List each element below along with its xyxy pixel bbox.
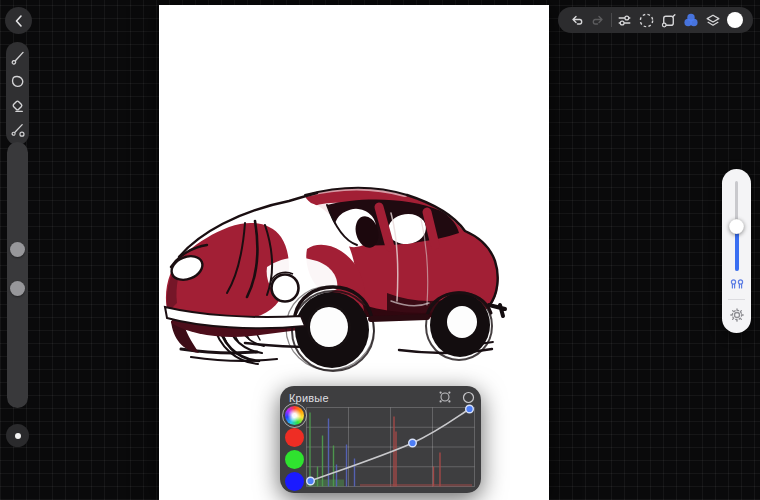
tune-icon bbox=[616, 12, 633, 29]
filter-slider-fill bbox=[735, 232, 739, 271]
filter-panel bbox=[722, 169, 751, 333]
curve-editor[interactable] bbox=[280, 386, 481, 493]
smudge-icon bbox=[9, 73, 26, 90]
eraser-icon bbox=[9, 97, 26, 114]
filter-pins-button[interactable] bbox=[729, 277, 745, 295]
color-adjust-button[interactable] bbox=[681, 11, 700, 30]
brush-opacity-handle[interactable] bbox=[10, 281, 25, 296]
layers-button[interactable] bbox=[703, 11, 722, 30]
tune-button[interactable] bbox=[615, 11, 634, 30]
redo-button[interactable] bbox=[589, 11, 608, 30]
color-swatch bbox=[726, 11, 744, 29]
toolbar-divider bbox=[611, 13, 612, 27]
curve-point[interactable] bbox=[466, 405, 474, 413]
chevron-left-icon bbox=[11, 13, 27, 29]
selection-icon bbox=[638, 12, 655, 29]
select-button[interactable] bbox=[637, 11, 656, 30]
tool-palette bbox=[6, 42, 29, 145]
color-swatch-button[interactable] bbox=[725, 11, 744, 30]
undo-button[interactable] bbox=[567, 11, 586, 30]
adjust-brush-tool[interactable] bbox=[8, 120, 27, 139]
adjust-brush-icon bbox=[9, 121, 26, 138]
brush-sliders[interactable] bbox=[7, 142, 28, 408]
filter-pins-icon bbox=[729, 279, 745, 291]
curve-point[interactable] bbox=[307, 477, 315, 485]
transform-button[interactable] bbox=[659, 11, 678, 30]
paint-brush-icon bbox=[9, 49, 26, 66]
eraser-tool[interactable] bbox=[8, 96, 27, 115]
transform-icon bbox=[660, 12, 677, 29]
main-toolbar bbox=[558, 7, 753, 33]
curves-panel: Кривые bbox=[280, 386, 481, 493]
modify-button[interactable] bbox=[6, 424, 29, 447]
back-button[interactable] bbox=[5, 7, 32, 34]
panel-divider bbox=[728, 299, 745, 300]
gear-icon bbox=[729, 307, 745, 323]
layers-icon bbox=[704, 12, 722, 29]
smudge-tool[interactable] bbox=[8, 72, 27, 91]
filter-slider-knob[interactable] bbox=[729, 219, 744, 234]
color-adjust-icon bbox=[682, 12, 700, 29]
curve-point[interactable] bbox=[409, 439, 417, 447]
brush-size-handle[interactable] bbox=[10, 242, 25, 257]
paint-brush-tool[interactable] bbox=[8, 48, 27, 67]
undo-icon bbox=[568, 13, 585, 28]
redo-icon bbox=[590, 13, 607, 28]
modify-dot-icon bbox=[15, 433, 21, 439]
filter-settings-button[interactable] bbox=[729, 307, 745, 327]
